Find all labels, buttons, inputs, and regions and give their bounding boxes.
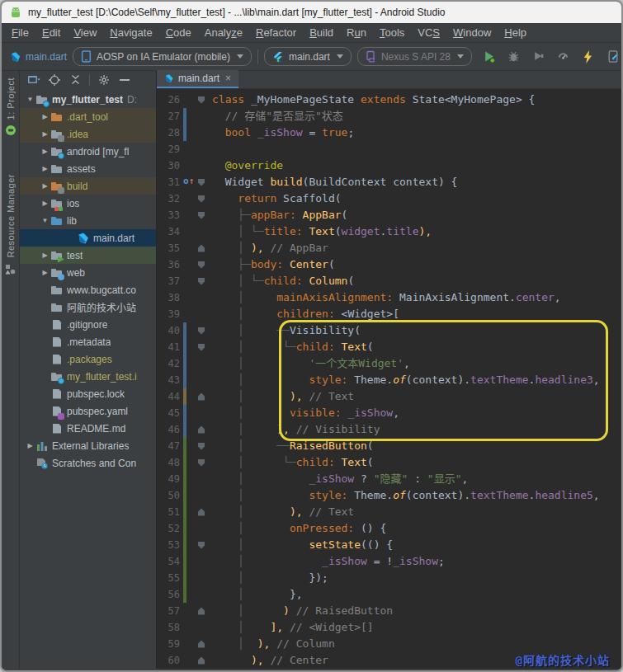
menu-refactor[interactable]: Refactor [249, 25, 303, 40]
menu-file[interactable]: File [5, 25, 35, 40]
run-button[interactable] [481, 49, 498, 65]
tree-item-build[interactable]: ▶build [20, 177, 156, 195]
line-number: 57 [157, 605, 180, 617]
tree-item--dart-tool[interactable]: ▶.dart_tool [20, 108, 156, 125]
tool-window-tab-project[interactable]: 1: Project [6, 78, 16, 120]
code-line: 29 [157, 141, 621, 157]
menu-code[interactable]: Code [159, 25, 198, 40]
tree-collapse-arrow[interactable]: ▶ [40, 269, 50, 276]
line-number: 37 [157, 275, 180, 287]
tree-item-label: pubspec.yaml [67, 406, 128, 417]
fold-marker-icon[interactable] [198, 245, 205, 252]
fold-marker-icon[interactable] [198, 509, 205, 516]
attach-button[interactable] [531, 49, 547, 65]
tree-item-scratches-and-con[interactable]: Scratches and Con [20, 454, 156, 472]
tree-item-my-flutter-test[interactable]: ▼my_flutter_testD: [20, 91, 156, 108]
tree-item-assets[interactable]: ▶assets [20, 160, 156, 177]
menu-run[interactable]: Run [340, 25, 373, 40]
tree-collapse-arrow[interactable]: ▶ [25, 442, 35, 449]
code-text: │ '一个文本Widget', [206, 355, 410, 372]
tree-item-web[interactable]: ▶web [20, 264, 156, 281]
fold-marker-icon[interactable] [198, 212, 205, 219]
tree-collapse-arrow[interactable]: ▶ [40, 182, 50, 190]
locate-icon[interactable] [48, 73, 61, 87]
combo-aosp-on-ia-emulator-mobile-[interactable]: AOSP on IA Emulator (mobile) [73, 47, 252, 66]
menu-view[interactable]: View [67, 25, 103, 40]
code-text: │ ), // Text [206, 388, 354, 405]
tree-item-ios[interactable]: ▶ios [20, 195, 156, 212]
tree-item--metadata[interactable]: .metadata [20, 333, 156, 350]
fold-marker-icon[interactable] [198, 426, 205, 434]
tree-collapse-arrow[interactable]: ▶ [40, 113, 50, 120]
tool-window-tab-resource-manager[interactable]: Resource Manager [6, 174, 16, 258]
combo-nexus-s-api-28[interactable]: Nexus S API 28 [357, 47, 472, 66]
current-file-indicator[interactable]: main.dart [10, 51, 67, 63]
fold-marker-icon[interactable] [198, 608, 205, 615]
tree-item-test[interactable]: ▶test [20, 247, 156, 264]
change-marker [183, 421, 186, 438]
tree-expand-arrow[interactable]: ▼ [40, 217, 50, 224]
hide-panel-icon[interactable] [118, 73, 131, 87]
fold-marker-icon[interactable] [198, 327, 205, 335]
tree-collapse-arrow[interactable]: ▶ [40, 165, 50, 172]
fold-marker-icon[interactable] [198, 96, 205, 104]
tab-main-dart[interactable]: main.dart × [157, 70, 238, 88]
override-marker-icon[interactable]: o↑ [183, 176, 194, 187]
tree-item-pubspec-lock[interactable]: pubspec.lock [20, 385, 156, 402]
tree-item-main-dart[interactable]: main.dart [20, 229, 156, 247]
tree-item-android-my-fl[interactable]: ▶android [my_fl [20, 143, 156, 160]
tree-item-label: web [67, 267, 85, 279]
tree-item-lib[interactable]: ▼lib [20, 212, 156, 229]
folder-icon [50, 266, 64, 280]
tree-item-www-bugcatt-co[interactable]: www.bugcatt.co [20, 281, 156, 298]
project-selector-icon[interactable] [27, 73, 40, 87]
menu-help[interactable]: Help [498, 25, 533, 40]
tree-item--gitignore[interactable]: .gitignore [20, 316, 156, 333]
tree-collapse-arrow[interactable]: ▶ [40, 200, 50, 207]
fold-marker-icon[interactable] [198, 542, 205, 549]
test-badge-icon [58, 256, 64, 263]
code-line: 43 │ style: Theme.of(context).textTheme.… [157, 372, 621, 388]
device-flutter-button[interactable] [605, 49, 621, 65]
tree-item-阿航的技术小站[interactable]: 阿航的技术小站 [20, 298, 156, 316]
tree-expand-arrow[interactable]: ▼ [25, 96, 35, 103]
menu-tools[interactable]: Tools [373, 25, 411, 40]
tree-item-pubspec-yaml[interactable]: pubspec.yaml [20, 402, 156, 420]
fold-marker-icon[interactable] [198, 261, 205, 269]
combo-main-dart[interactable]: main.dart [264, 47, 352, 66]
fold-marker-icon[interactable] [198, 344, 205, 351]
tree-item-my-flutter-test-i[interactable]: my_flutter_test.i [20, 368, 156, 385]
menu-vcs[interactable]: VCS [411, 25, 446, 40]
menu-build[interactable]: Build [303, 25, 340, 40]
tree-collapse-arrow[interactable]: ▶ [40, 251, 50, 259]
menu-analyze[interactable]: Analyze [198, 25, 249, 40]
fold-marker-icon[interactable] [198, 179, 205, 186]
tree-item-readme-md[interactable]: README.md [20, 420, 156, 437]
menu-edit[interactable]: Edit [35, 25, 67, 40]
settings-gear-icon[interactable] [97, 73, 111, 87]
fold-marker-icon[interactable] [198, 278, 205, 285]
debug-button[interactable] [506, 49, 522, 65]
code-editor[interactable]: @阿航的技术小站 26class _MyHomePageState extend… [157, 89, 621, 669]
line-number: 47 [157, 440, 180, 452]
profiler-button[interactable] [555, 49, 572, 65]
tree-collapse-arrow[interactable]: ▶ [40, 148, 50, 155]
close-tab-icon[interactable]: × [225, 73, 231, 84]
fold-marker-icon[interactable] [198, 443, 205, 450]
collapse-all-icon[interactable] [68, 73, 82, 87]
tree-collapse-arrow[interactable]: ▶ [40, 130, 50, 138]
menu-navigate[interactable]: Navigate [103, 25, 158, 40]
fold-marker-icon[interactable] [198, 393, 205, 401]
hot-reload-button[interactable] [580, 49, 597, 65]
line-number: 46 [157, 424, 180, 435]
tree-item-external-libraries[interactable]: ▶External Libraries [20, 437, 156, 454]
fold-marker-icon[interactable] [198, 657, 205, 665]
fold-marker-icon[interactable] [198, 195, 205, 203]
tree-item--packages[interactable]: .packages [20, 350, 156, 368]
tree-item--idea[interactable]: ▶.idea [20, 125, 156, 143]
tree-item-label: assets [67, 163, 96, 175]
fold-marker-icon[interactable] [198, 641, 205, 648]
code-text: │ ), // AppBar [206, 240, 328, 256]
fold-marker-icon[interactable] [198, 459, 205, 467]
menu-window[interactable]: Window [446, 25, 498, 40]
